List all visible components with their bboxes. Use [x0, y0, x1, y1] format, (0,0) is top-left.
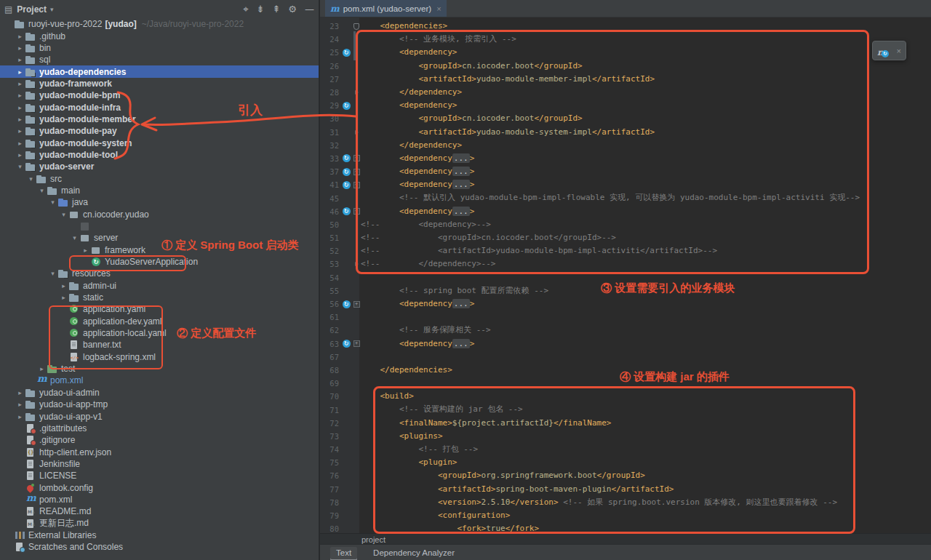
tree-item-pom.xml[interactable]: pom.xml	[0, 494, 319, 505]
tree-item-yudao-module-system[interactable]: ▸yudao-module-system	[0, 137, 319, 148]
tree-item-http-client.env.json[interactable]: http-client.env.json	[0, 446, 319, 457]
chevron-right-icon[interactable]: ▸	[15, 389, 25, 396]
chevron-right-icon[interactable]: ▸	[15, 151, 25, 159]
breadcrumb[interactable]: project	[361, 535, 385, 544]
tree-item-external-libraries[interactable]: External Libraries	[0, 529, 319, 541]
locate-icon[interactable]: ⌖	[243, 4, 248, 15]
fold-expand-icon[interactable]: +	[352, 297, 361, 311]
collapse-all-icon[interactable]: ⇞	[272, 4, 280, 15]
chevron-right-icon[interactable]: ▸	[15, 68, 25, 76]
maven-reload-icon[interactable]: m ↻	[877, 45, 889, 57]
chevron-right-icon[interactable]: ▸	[15, 80, 25, 87]
maven-dependency-gutter-icon[interactable]: ↻	[340, 340, 352, 348]
tree-item-.gitignore[interactable]: .gitignore	[0, 434, 319, 446]
maven-dependency-gutter-icon[interactable]: ↻	[340, 168, 352, 176]
tree-item-license[interactable]: LICENSE	[0, 470, 319, 481]
tree-item-pom.xml[interactable]: pom.xml	[0, 375, 319, 386]
fold-expand-icon[interactable]: +	[352, 165, 361, 178]
hide-panel-icon[interactable]: —	[305, 4, 314, 15]
maven-dependency-gutter-icon[interactable]: ↻	[340, 49, 352, 57]
tree-item-application-dev.yaml[interactable]: application-dev.yaml	[0, 316, 319, 327]
maven-reload-popup[interactable]: m ↻ ×	[872, 41, 906, 60]
tree-item-test[interactable]: ▸test	[0, 363, 319, 375]
tree-item-yudao-module-member[interactable]: ▸yudao-module-member	[0, 113, 319, 125]
close-icon[interactable]: ×	[897, 47, 901, 55]
chevron-down-icon[interactable]: ▾	[48, 199, 57, 206]
fold-expand-icon[interactable]: +	[352, 178, 361, 191]
tree-item-yudao-server[interactable]: ▾yudao-server	[0, 161, 319, 172]
tree-item-static[interactable]: ▸static	[0, 292, 319, 303]
tree-item-yudao-ui-admin[interactable]: ▸yudao-ui-admin	[0, 387, 319, 399]
tree-item-yudao-ui-app-tmp[interactable]: ▸yudao-ui-app-tmp	[0, 399, 319, 410]
settings-icon[interactable]: ⚙	[288, 4, 297, 15]
chevron-right-icon[interactable]: ▸	[15, 116, 25, 123]
chevron-down-icon[interactable]: ▾	[59, 211, 68, 218]
chevron-right-icon[interactable]: ▸	[15, 33, 25, 40]
tree-item-resources[interactable]: ▾resources	[0, 268, 319, 279]
tree-item-yudao-module-pay[interactable]: ▸yudao-module-pay	[0, 125, 319, 137]
chevron-right-icon[interactable]: ▸	[15, 104, 25, 111]
chevron-right-icon[interactable]: ▸	[15, 44, 25, 52]
tree-item-application-local.yaml[interactable]: application-local.yaml	[0, 327, 319, 339]
tree-item-.github[interactable]: ▸.github	[0, 30, 319, 41]
fold-expand-icon[interactable]: +	[352, 152, 361, 165]
fold-expand-icon[interactable]: +	[352, 205, 361, 218]
chevron-down-icon[interactable]: ▾	[48, 270, 57, 277]
tree-item-scratches-and-consoles[interactable]: Scratches and Consoles	[0, 541, 319, 553]
tree-item-yudao-module-infra[interactable]: ▸yudao-module-infra	[0, 101, 319, 113]
tree-item-yudao-dependencies[interactable]: ▸yudao-dependencies	[0, 65, 319, 77]
chevron-right-icon[interactable]: ▸	[59, 294, 68, 301]
chevron-down-icon[interactable]: ▾	[50, 6, 54, 13]
tree-item-logback-spring.xml[interactable]: logback-spring.xml	[0, 351, 319, 363]
tree-item-application.yaml[interactable]: application.yaml	[0, 303, 319, 315]
tree-item-ruoyi-vue-pro-2022[interactable]: ruoyi-vue-pro-2022[yudao]~/Java/ruoyi-vu…	[0, 18, 319, 30]
chevron-right-icon[interactable]: ▸	[15, 127, 25, 135]
tree-item-bin[interactable]: ▸bin	[0, 42, 319, 54]
close-tab-icon[interactable]: ×	[436, 4, 441, 13]
project-panel-title[interactable]: Project	[17, 4, 47, 15]
tree-item-readme.md[interactable]: README.md	[0, 505, 319, 517]
chevron-right-icon[interactable]: ▸	[15, 56, 25, 63]
bottom-tab-dependency-analyzer[interactable]: Dependency Analyzer	[367, 547, 460, 559]
tree-item-src[interactable]: ▾src	[0, 172, 319, 184]
tree-item-main[interactable]: ▾main	[0, 185, 319, 196]
tree-item-jenkinsfile[interactable]: Jenkinsfile	[0, 458, 319, 470]
chevron-right-icon[interactable]: ▸	[81, 247, 90, 254]
chevron-down-icon[interactable]: ▾	[37, 187, 47, 194]
maven-dependency-gutter-icon[interactable]: ↻	[340, 102, 352, 110]
tree-item-yudaoserverapplication[interactable]: YudaoServerApplication	[0, 256, 319, 268]
expand-all-icon[interactable]: ⇟	[257, 4, 265, 15]
tree-item-yudao-framework[interactable]: ▸yudao-framework	[0, 78, 319, 89]
chevron-down-icon[interactable]: ▾	[70, 234, 79, 241]
editor-tab-pom[interactable]: m pom.xml (yudao-server) ×	[325, 0, 447, 17]
tree-item-yudao-module-tool[interactable]: ▸yudao-module-tool	[0, 149, 319, 161]
project-tree[interactable]: ruoyi-vue-pro-2022[yudao]~/Java/ruoyi-vu…	[0, 18, 319, 560]
bottom-tab-text[interactable]: Text	[330, 547, 357, 559]
tree-item-lombok.config[interactable]: lombok.config	[0, 481, 319, 493]
tree-item-cn.iocoder.yudao[interactable]: ▾cn.iocoder.yudao	[0, 209, 319, 220]
chevron-right-icon[interactable]: ▸	[15, 92, 25, 99]
chevron-right-icon[interactable]: ▸	[15, 140, 25, 147]
chevron-right-icon[interactable]: ▸	[59, 282, 68, 289]
maven-dependency-gutter-icon[interactable]: ↻	[340, 181, 352, 189]
tree-item-server[interactable]: ▾server	[0, 232, 319, 244]
chevron-right-icon[interactable]: ▸	[37, 365, 47, 372]
chevron-right-icon[interactable]: ▸	[15, 401, 25, 408]
tree-item-yudao-module-bpm[interactable]: ▸yudao-module-bpm	[0, 89, 319, 101]
tree-item-banner.txt[interactable]: banner.txt	[0, 339, 319, 351]
maven-dependency-gutter-icon[interactable]: ↻	[340, 207, 352, 215]
maven-dependency-gutter-icon[interactable]: ↻	[340, 154, 352, 162]
tree-item-package-stub[interactable]	[0, 220, 319, 232]
chevron-right-icon[interactable]: ▸	[15, 413, 25, 420]
code-editor[interactable]: 23 <dependencies>24 <!-- 业务模块, 按需引入 -->2…	[320, 17, 931, 536]
tree-item-framework[interactable]: ▸framework	[0, 244, 319, 256]
tree-item-更新日志.md[interactable]: 更新日志.md	[0, 517, 319, 529]
chevron-down-icon[interactable]: ▾	[15, 163, 25, 170]
chevron-down-icon[interactable]: ▾	[26, 175, 36, 183]
tree-item-yudao-ui-app-v1[interactable]: ▸yudao-ui-app-v1	[0, 410, 319, 422]
fold-expand-icon[interactable]: +	[352, 337, 361, 351]
tree-item-.gitattributes[interactable]: .gitattributes	[0, 423, 319, 434]
tree-item-admin-ui[interactable]: ▸admin-ui	[0, 280, 319, 292]
tree-item-sql[interactable]: ▸sql	[0, 54, 319, 65]
tree-item-java[interactable]: ▾java	[0, 196, 319, 208]
